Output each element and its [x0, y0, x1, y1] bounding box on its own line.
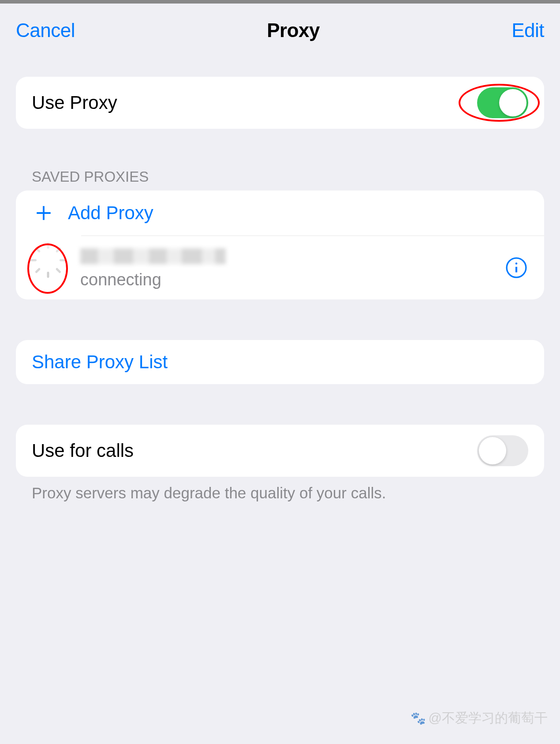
share-proxy-list-label: Share Proxy List [32, 351, 528, 373]
proxy-address-redacted [80, 247, 504, 266]
plus-icon [32, 201, 56, 225]
use-for-calls-toggle[interactable] [477, 435, 528, 466]
use-for-calls-footer: Proxy servers may degrade the quality of… [16, 477, 544, 503]
proxy-entry-row[interactable]: connecting [16, 236, 544, 299]
saved-proxies-group: Add Proxy [16, 191, 544, 299]
use-for-calls-group: Use for calls [16, 425, 544, 477]
watermark-icon: 🐾 [411, 711, 426, 725]
toggle-knob [499, 89, 526, 116]
svg-point-4 [515, 262, 518, 265]
edit-button[interactable]: Edit [511, 19, 544, 41]
page-title: Proxy [267, 19, 320, 41]
watermark: 🐾 @不爱学习的葡萄干 [411, 709, 548, 727]
cancel-button[interactable]: Cancel [16, 19, 75, 41]
watermark-text: @不爱学习的葡萄干 [429, 709, 548, 727]
saved-proxies-header: SAVED PROXIES [16, 168, 544, 191]
add-proxy-label: Add Proxy [68, 202, 528, 224]
share-group: Share Proxy List [16, 340, 544, 384]
navigation-bar: Cancel Proxy Edit [0, 4, 560, 57]
proxy-status-label: connecting [80, 270, 504, 289]
window-top-edge [0, 0, 560, 4]
share-proxy-list-row[interactable]: Share Proxy List [16, 340, 544, 384]
use-proxy-row: Use Proxy [16, 77, 544, 129]
use-proxy-group: Use Proxy [16, 77, 544, 129]
loading-spinner-icon [37, 257, 59, 278]
use-proxy-toggle[interactable] [477, 87, 528, 118]
info-icon[interactable] [504, 256, 528, 280]
use-proxy-label: Use Proxy [32, 92, 477, 113]
toggle-knob [479, 437, 506, 464]
use-for-calls-row: Use for calls [16, 425, 544, 477]
proxy-entry-text: connecting [80, 247, 504, 289]
use-for-calls-label: Use for calls [32, 440, 477, 461]
add-proxy-row[interactable]: Add Proxy [16, 191, 544, 236]
